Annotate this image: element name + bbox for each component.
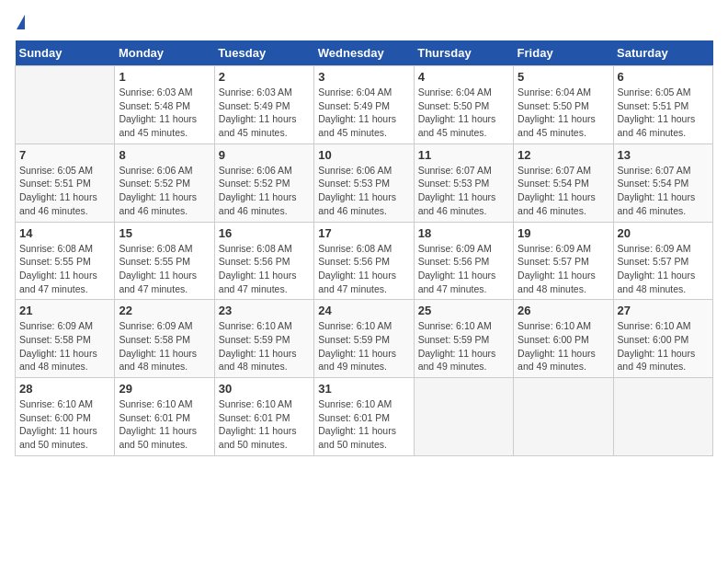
- day-info: Sunrise: 6:05 AMSunset: 5:51 PMDaylight:…: [19, 164, 110, 218]
- calendar-header-monday: Monday: [115, 40, 214, 66]
- day-info: Sunrise: 6:08 AMSunset: 5:55 PMDaylight:…: [119, 242, 210, 296]
- calendar-header-saturday: Saturday: [613, 40, 712, 66]
- day-info: Sunrise: 6:09 AMSunset: 5:56 PMDaylight:…: [418, 242, 509, 296]
- day-info: Sunrise: 6:03 AMSunset: 5:48 PMDaylight:…: [119, 86, 210, 140]
- day-number: 6: [618, 70, 709, 84]
- day-number: 18: [418, 226, 509, 240]
- day-info: Sunrise: 6:08 AMSunset: 5:56 PMDaylight:…: [318, 242, 409, 296]
- calendar-cell: 13Sunrise: 6:07 AMSunset: 5:54 PMDayligh…: [613, 144, 712, 222]
- day-number: 23: [219, 304, 310, 317]
- day-info: Sunrise: 6:10 AMSunset: 6:00 PMDaylight:…: [618, 319, 709, 373]
- calendar-header-friday: Friday: [514, 40, 613, 66]
- day-number: 2: [219, 70, 310, 84]
- day-number: 21: [19, 304, 110, 317]
- calendar-cell: 20Sunrise: 6:09 AMSunset: 5:57 PMDayligh…: [613, 222, 712, 300]
- calendar-table: SundayMondayTuesdayWednesdayThursdayFrid…: [15, 40, 713, 456]
- calendar-cell: [414, 378, 513, 456]
- day-number: 28: [19, 382, 110, 396]
- day-info: Sunrise: 6:07 AMSunset: 5:54 PMDaylight:…: [518, 164, 609, 218]
- day-info: Sunrise: 6:04 AMSunset: 5:50 PMDaylight:…: [518, 86, 609, 140]
- calendar-header-sunday: Sunday: [16, 40, 115, 66]
- calendar-week-row: 1Sunrise: 6:03 AMSunset: 5:48 PMDaylight…: [16, 66, 713, 144]
- calendar-cell: 12Sunrise: 6:07 AMSunset: 5:54 PMDayligh…: [514, 144, 613, 222]
- calendar-cell: 7Sunrise: 6:05 AMSunset: 5:51 PMDaylight…: [16, 144, 115, 222]
- calendar-cell: 15Sunrise: 6:08 AMSunset: 5:55 PMDayligh…: [115, 222, 214, 300]
- day-info: Sunrise: 6:07 AMSunset: 5:53 PMDaylight:…: [418, 164, 509, 218]
- day-info: Sunrise: 6:10 AMSunset: 6:00 PMDaylight:…: [518, 319, 609, 373]
- calendar-cell: 3Sunrise: 6:04 AMSunset: 5:49 PMDaylight…: [314, 66, 414, 144]
- calendar-header-row: SundayMondayTuesdayWednesdayThursdayFrid…: [16, 40, 713, 66]
- logo-triangle-icon: [17, 15, 25, 29]
- day-info: Sunrise: 6:10 AMSunset: 5:59 PMDaylight:…: [219, 319, 310, 373]
- calendar-cell: 28Sunrise: 6:10 AMSunset: 6:00 PMDayligh…: [16, 378, 115, 456]
- day-info: Sunrise: 6:09 AMSunset: 5:58 PMDaylight:…: [19, 319, 110, 373]
- day-number: 31: [318, 382, 409, 396]
- calendar-cell: 6Sunrise: 6:05 AMSunset: 5:51 PMDaylight…: [613, 66, 712, 144]
- calendar-cell: 26Sunrise: 6:10 AMSunset: 6:00 PMDayligh…: [514, 300, 613, 378]
- day-number: 17: [318, 226, 409, 240]
- calendar-header-tuesday: Tuesday: [214, 40, 313, 66]
- day-info: Sunrise: 6:09 AMSunset: 5:57 PMDaylight:…: [518, 242, 609, 296]
- calendar-cell: 31Sunrise: 6:10 AMSunset: 6:01 PMDayligh…: [314, 378, 414, 456]
- calendar-header-wednesday: Wednesday: [314, 40, 414, 66]
- day-number: 26: [518, 304, 609, 317]
- day-info: Sunrise: 6:03 AMSunset: 5:49 PMDaylight:…: [219, 86, 310, 140]
- day-number: 15: [119, 226, 210, 240]
- day-info: Sunrise: 6:09 AMSunset: 5:57 PMDaylight:…: [618, 242, 709, 296]
- calendar-cell: [514, 378, 613, 456]
- day-number: 7: [19, 148, 110, 162]
- calendar-cell: 22Sunrise: 6:09 AMSunset: 5:58 PMDayligh…: [115, 300, 214, 378]
- day-number: 29: [119, 382, 210, 396]
- calendar-cell: 30Sunrise: 6:10 AMSunset: 6:01 PMDayligh…: [214, 378, 313, 456]
- calendar-cell: 4Sunrise: 6:04 AMSunset: 5:50 PMDaylight…: [414, 66, 513, 144]
- calendar-cell: 16Sunrise: 6:08 AMSunset: 5:56 PMDayligh…: [214, 222, 313, 300]
- calendar-cell: 9Sunrise: 6:06 AMSunset: 5:52 PMDaylight…: [214, 144, 313, 222]
- day-number: 5: [518, 70, 609, 84]
- day-info: Sunrise: 6:06 AMSunset: 5:53 PMDaylight:…: [318, 164, 409, 218]
- calendar-cell: 11Sunrise: 6:07 AMSunset: 5:53 PMDayligh…: [414, 144, 513, 222]
- calendar-cell: 24Sunrise: 6:10 AMSunset: 5:59 PMDayligh…: [314, 300, 414, 378]
- day-number: 13: [618, 148, 709, 162]
- day-number: 10: [318, 148, 409, 162]
- day-info: Sunrise: 6:06 AMSunset: 5:52 PMDaylight:…: [219, 164, 310, 218]
- calendar-cell: 10Sunrise: 6:06 AMSunset: 5:53 PMDayligh…: [314, 144, 414, 222]
- calendar-cell: 18Sunrise: 6:09 AMSunset: 5:56 PMDayligh…: [414, 222, 513, 300]
- header: [15, 15, 713, 31]
- day-info: Sunrise: 6:10 AMSunset: 6:01 PMDaylight:…: [318, 397, 409, 452]
- day-info: Sunrise: 6:05 AMSunset: 5:51 PMDaylight:…: [618, 86, 709, 140]
- day-number: 9: [219, 148, 310, 162]
- calendar-cell: 8Sunrise: 6:06 AMSunset: 5:52 PMDaylight…: [115, 144, 214, 222]
- day-number: 25: [418, 304, 509, 317]
- day-number: 30: [219, 382, 310, 396]
- calendar-cell: 5Sunrise: 6:04 AMSunset: 5:50 PMDaylight…: [514, 66, 613, 144]
- day-number: 22: [119, 304, 210, 317]
- calendar-cell: 2Sunrise: 6:03 AMSunset: 5:49 PMDaylight…: [214, 66, 313, 144]
- day-info: Sunrise: 6:10 AMSunset: 6:01 PMDaylight:…: [119, 397, 210, 452]
- calendar-cell: 25Sunrise: 6:10 AMSunset: 5:59 PMDayligh…: [414, 300, 513, 378]
- calendar-cell: 14Sunrise: 6:08 AMSunset: 5:55 PMDayligh…: [16, 222, 115, 300]
- day-number: 11: [418, 148, 509, 162]
- calendar-cell: 29Sunrise: 6:10 AMSunset: 6:01 PMDayligh…: [115, 378, 214, 456]
- day-info: Sunrise: 6:08 AMSunset: 5:55 PMDaylight:…: [19, 242, 110, 296]
- day-number: 14: [19, 226, 110, 240]
- day-number: 3: [318, 70, 409, 84]
- calendar-cell: 19Sunrise: 6:09 AMSunset: 5:57 PMDayligh…: [514, 222, 613, 300]
- calendar-week-row: 21Sunrise: 6:09 AMSunset: 5:58 PMDayligh…: [16, 300, 713, 378]
- calendar-cell: 17Sunrise: 6:08 AMSunset: 5:56 PMDayligh…: [314, 222, 414, 300]
- day-info: Sunrise: 6:08 AMSunset: 5:56 PMDaylight:…: [219, 242, 310, 296]
- calendar-cell: 1Sunrise: 6:03 AMSunset: 5:48 PMDaylight…: [115, 66, 214, 144]
- calendar-cell: 21Sunrise: 6:09 AMSunset: 5:58 PMDayligh…: [16, 300, 115, 378]
- calendar-cell: [16, 66, 115, 144]
- day-info: Sunrise: 6:09 AMSunset: 5:58 PMDaylight:…: [119, 319, 210, 373]
- day-number: 24: [318, 304, 409, 317]
- day-number: 12: [518, 148, 609, 162]
- day-number: 8: [119, 148, 210, 162]
- day-info: Sunrise: 6:04 AMSunset: 5:50 PMDaylight:…: [418, 86, 509, 140]
- day-number: 16: [219, 226, 310, 240]
- day-info: Sunrise: 6:06 AMSunset: 5:52 PMDaylight:…: [119, 164, 210, 218]
- day-number: 19: [518, 226, 609, 240]
- calendar-cell: 23Sunrise: 6:10 AMSunset: 5:59 PMDayligh…: [214, 300, 313, 378]
- logo: [15, 15, 25, 31]
- day-info: Sunrise: 6:10 AMSunset: 5:59 PMDaylight:…: [418, 319, 509, 373]
- day-info: Sunrise: 6:10 AMSunset: 6:01 PMDaylight:…: [219, 397, 310, 452]
